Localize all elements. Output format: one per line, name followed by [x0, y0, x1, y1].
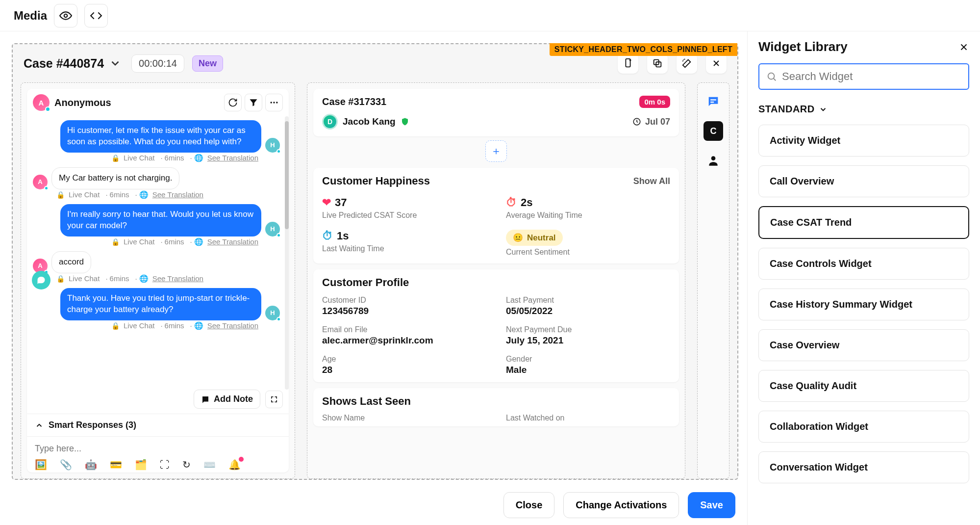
message-source: Live Chat: [124, 154, 154, 162]
layout-tag: STICKY_HEADER_TWO_COLS_PINNED_LEFT: [550, 43, 737, 56]
category-label: STANDARD: [758, 104, 815, 115]
expand-note-button[interactable]: [265, 391, 283, 408]
compose-input[interactable]: [35, 444, 281, 454]
svg-point-7: [273, 102, 275, 103]
case-status-badge: New: [192, 55, 223, 72]
lock-icon: 🔒: [111, 238, 120, 246]
shows-col-name: Show Name: [322, 414, 486, 422]
send-button[interactable]: 🔔: [228, 459, 241, 471]
widget-item[interactable]: Case Overview: [758, 329, 969, 361]
see-translation-link[interactable]: See Translation: [152, 274, 203, 283]
customer-profile-title: Customer Profile: [322, 276, 670, 289]
chevron-down-icon[interactable]: [109, 57, 122, 70]
widget-item[interactable]: Activity Widget: [758, 125, 969, 157]
email-value: alec.armer@sprinklr.com: [322, 335, 486, 346]
message-time: 6mins: [103, 274, 129, 283]
rail-profile-tab[interactable]: [704, 151, 723, 170]
add-widget-button[interactable]: ＋: [485, 140, 507, 162]
linked-case-card[interactable]: Case #317331 0m 0s D Jacob Kang: [313, 89, 679, 136]
copy-button[interactable]: [647, 53, 668, 74]
see-translation-link[interactable]: See Translation: [207, 237, 258, 246]
chevron-up-icon: [35, 421, 44, 430]
add-note-button[interactable]: Add Note: [194, 390, 260, 409]
next-payment-label: Next Payment Due: [506, 325, 670, 334]
lock-icon: 🔒: [56, 191, 65, 199]
csat-label: Live Predicted CSAT Score: [322, 211, 486, 220]
floating-chat-button[interactable]: [32, 271, 50, 289]
filter-button[interactable]: [245, 94, 262, 111]
rail-c-tab[interactable]: C: [704, 121, 723, 141]
refresh-icon: [228, 98, 238, 107]
linked-case-title: Case #317331: [322, 96, 386, 107]
rail-chat-tab[interactable]: [704, 92, 723, 111]
phone-add-icon: [623, 58, 633, 69]
see-translation-link[interactable]: See Translation: [207, 321, 258, 330]
close-icon: [958, 42, 969, 52]
sentiment-label: Current Sentiment: [506, 248, 670, 257]
see-translation-link[interactable]: See Translation: [152, 190, 203, 199]
email-label: Email on File: [322, 325, 486, 334]
widget-library-title: Widget Library: [758, 39, 848, 54]
card-button[interactable]: 💳: [110, 459, 122, 471]
template-button[interactable]: 🗂️: [135, 459, 147, 471]
svg-point-6: [271, 102, 272, 103]
change-activations-button[interactable]: Change Activations: [563, 492, 679, 518]
assign-button[interactable]: [618, 53, 638, 74]
svg-point-8: [276, 102, 277, 103]
svg-line-16: [774, 79, 776, 80]
bot-button[interactable]: 🤖: [85, 459, 97, 471]
widget-item[interactable]: Case History Summary Widget: [758, 289, 969, 320]
widget-item[interactable]: Call Overview: [758, 165, 969, 197]
customer-avatar: A: [33, 94, 50, 111]
widget-item[interactable]: Case Controls Widget: [758, 248, 969, 280]
stopwatch-icon: ⏱: [506, 196, 517, 209]
widget-item[interactable]: Collaboration Widget: [758, 411, 969, 443]
widget-item[interactable]: Case CSAT Trend: [758, 206, 969, 239]
avg-wait-value: 2s: [521, 196, 532, 209]
customer-avatar: A: [33, 175, 48, 189]
message-time: 6mins: [158, 154, 184, 162]
smart-responses-label: Smart Responses (3): [49, 420, 136, 430]
chat-message: Hi customer, let me fix the issue with y…: [60, 120, 261, 153]
case-title: Case #440874: [24, 56, 104, 71]
reassign-button[interactable]: ↻: [182, 459, 191, 471]
widget-item[interactable]: Conversation Widget: [758, 451, 969, 483]
person-icon: [707, 154, 720, 167]
image-button[interactable]: 🖼️: [35, 459, 47, 471]
close-icon: [711, 58, 721, 68]
customer-id-label: Customer ID: [322, 296, 486, 305]
refresh-button[interactable]: [224, 94, 242, 111]
last-wait-value: 1s: [337, 230, 349, 242]
chat-bubble-icon: [36, 275, 46, 285]
close-button[interactable]: Close: [503, 492, 554, 518]
show-all-button[interactable]: Show All: [633, 176, 670, 186]
magic-button[interactable]: [677, 53, 697, 74]
lock-icon: 🔒: [56, 275, 65, 283]
preview-button[interactable]: [54, 4, 77, 27]
chat-lines-icon: [706, 95, 720, 108]
avg-wait-label: Average Waiting Time: [506, 211, 670, 220]
gender-label: Gender: [506, 355, 670, 364]
page-title: Media: [14, 9, 47, 23]
code-button[interactable]: [84, 4, 108, 27]
agent-avatar: H: [265, 138, 280, 153]
fullscreen-button[interactable]: ⛶: [160, 459, 170, 471]
see-translation-link[interactable]: See Translation: [207, 154, 258, 162]
chat-scrollbar[interactable]: [285, 116, 289, 390]
search-input[interactable]: [782, 70, 961, 83]
widget-item[interactable]: Case Quality Audit: [758, 370, 969, 402]
csat-score: 37: [335, 196, 347, 209]
widget-category-toggle[interactable]: STANDARD: [758, 104, 969, 115]
close-case-button[interactable]: [706, 53, 727, 74]
globe-icon: 🌐: [188, 321, 203, 330]
customer-id-value: 123456789: [322, 306, 486, 316]
attach-button[interactable]: 📎: [60, 459, 72, 471]
widget-search-container[interactable]: [758, 63, 969, 90]
magic-wand-icon: [681, 58, 692, 69]
save-button[interactable]: Save: [688, 492, 735, 518]
agent-avatar: H: [265, 306, 280, 320]
smart-responses-toggle[interactable]: Smart Responses (3): [27, 414, 289, 436]
close-library-button[interactable]: [958, 42, 969, 52]
more-button[interactable]: [265, 94, 283, 111]
keyboard-button[interactable]: ⌨️: [203, 459, 216, 471]
